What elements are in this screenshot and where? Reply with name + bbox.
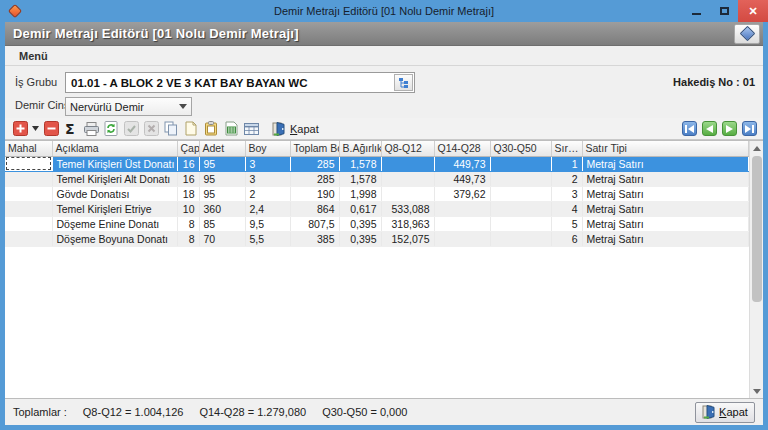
cell-aciklama[interactable]: Döşeme Boyuna Donatı bbox=[52, 231, 177, 246]
column-header[interactable]: Satır Tipi bbox=[582, 141, 749, 156]
scrollbar-thumb[interactable] bbox=[752, 156, 762, 302]
cell-b_agirlik[interactable]: 1,578 bbox=[339, 171, 381, 186]
cell-satir_tipi[interactable]: Metraj Satırı bbox=[582, 156, 749, 171]
cell-sira[interactable]: 5 bbox=[551, 216, 582, 231]
column-header[interactable]: Açıklama bbox=[52, 141, 177, 156]
cell-b_agirlik[interactable]: 0,395 bbox=[339, 231, 381, 246]
cell-cap[interactable]: 16 bbox=[177, 156, 199, 171]
vertical-scrollbar[interactable] bbox=[749, 141, 763, 398]
cell-q30_q50[interactable] bbox=[490, 186, 551, 201]
work-group-picker-button[interactable] bbox=[394, 74, 413, 91]
cell-satir_tipi[interactable]: Metraj Satırı bbox=[582, 201, 749, 216]
is-grubu-input[interactable]: 01.01 - A BLOK 2 VE 3 KAT BAY BAYAN WC bbox=[65, 72, 415, 93]
cell-q8_q12[interactable]: 318,963 bbox=[381, 216, 434, 231]
cell-b_agirlik[interactable]: 1,998 bbox=[339, 186, 381, 201]
cell-q8_q12[interactable] bbox=[381, 186, 434, 201]
cell-aciklama[interactable]: Temel Kirişleri Üst Donatı bbox=[52, 156, 177, 171]
cell-toplam_boy[interactable]: 285 bbox=[290, 171, 339, 186]
previous-record-button[interactable] bbox=[702, 121, 717, 136]
accept-button[interactable] bbox=[122, 120, 140, 138]
cell-satir_tipi[interactable]: Metraj Satırı bbox=[582, 231, 749, 246]
next-record-button[interactable] bbox=[722, 121, 737, 136]
cell-adet[interactable]: 360 bbox=[199, 201, 245, 216]
column-header[interactable]: Boy bbox=[245, 141, 290, 156]
add-dropdown-button[interactable] bbox=[31, 120, 40, 138]
export-excel-button[interactable] bbox=[222, 120, 240, 138]
cell-toplam_boy[interactable]: 807,5 bbox=[290, 216, 339, 231]
cell-satir_tipi[interactable]: Metraj Satırı bbox=[582, 216, 749, 231]
cell-boy[interactable]: 3 bbox=[245, 156, 290, 171]
cell-q8_q12[interactable] bbox=[381, 171, 434, 186]
cell-q30_q50[interactable] bbox=[490, 171, 551, 186]
cell-cap[interactable]: 10 bbox=[177, 201, 199, 216]
cell-q30_q50[interactable] bbox=[490, 231, 551, 246]
demir-cinsi-select[interactable]: Nervürlü Demir bbox=[65, 97, 192, 116]
cancel-button[interactable] bbox=[142, 120, 160, 138]
kapat-button[interactable]: Kapat bbox=[695, 402, 755, 423]
cell-boy[interactable]: 5,5 bbox=[245, 231, 290, 246]
cell-mahal[interactable] bbox=[5, 231, 52, 246]
table-row[interactable]: Temel Kirişleri Alt Donatı169532851,5784… bbox=[5, 171, 749, 186]
cell-satir_tipi[interactable]: Metraj Satırı bbox=[582, 186, 749, 201]
cell-cap[interactable]: 18 bbox=[177, 186, 199, 201]
cell-mahal[interactable] bbox=[5, 186, 52, 201]
cell-q30_q50[interactable] bbox=[490, 156, 551, 171]
cell-adet[interactable]: 85 bbox=[199, 216, 245, 231]
column-header[interactable]: Q14-Q28 bbox=[434, 141, 490, 156]
paste-button[interactable] bbox=[202, 120, 220, 138]
column-header[interactable]: Toplam Boy bbox=[290, 141, 339, 156]
column-header[interactable]: Sır… bbox=[551, 141, 582, 156]
column-header[interactable]: B.Ağırlık bbox=[339, 141, 381, 156]
cell-q14_q28[interactable] bbox=[434, 201, 490, 216]
column-header[interactable]: Adet bbox=[199, 141, 245, 156]
table-row[interactable]: Döşeme Enine Donatı8859,5807,50,395318,9… bbox=[5, 216, 749, 231]
cell-mahal[interactable] bbox=[5, 156, 52, 171]
cell-adet[interactable]: 95 bbox=[199, 156, 245, 171]
cell-q14_q28[interactable]: 379,62 bbox=[434, 186, 490, 201]
last-record-button[interactable] bbox=[742, 121, 757, 136]
cell-toplam_boy[interactable]: 385 bbox=[290, 231, 339, 246]
cell-toplam_boy[interactable]: 285 bbox=[290, 156, 339, 171]
cell-satir_tipi[interactable]: Metraj Satırı bbox=[582, 171, 749, 186]
table-row[interactable]: Döşeme Boyuna Donatı8705,53850,395152,07… bbox=[5, 231, 749, 246]
cell-adet[interactable]: 95 bbox=[199, 171, 245, 186]
cell-sira[interactable]: 4 bbox=[551, 201, 582, 216]
first-record-button[interactable] bbox=[682, 121, 697, 136]
cell-b_agirlik[interactable]: 0,395 bbox=[339, 216, 381, 231]
scroll-up-icon[interactable] bbox=[750, 141, 763, 155]
cell-q8_q12[interactable] bbox=[381, 156, 434, 171]
menu-item-menu[interactable]: Menü bbox=[15, 48, 52, 64]
column-header[interactable]: Mahal bbox=[5, 141, 52, 156]
cell-aciklama[interactable]: Döşeme Enine Donatı bbox=[52, 216, 177, 231]
cell-b_agirlik[interactable]: 0,617 bbox=[339, 201, 381, 216]
cell-mahal[interactable] bbox=[5, 201, 52, 216]
cell-cap[interactable]: 8 bbox=[177, 216, 199, 231]
cell-aciklama[interactable]: Temel Kirişleri Alt Donatı bbox=[52, 171, 177, 186]
cell-toplam_boy[interactable]: 864 bbox=[290, 201, 339, 216]
cell-toplam_boy[interactable]: 190 bbox=[290, 186, 339, 201]
new-page-button[interactable] bbox=[182, 120, 200, 138]
table-row[interactable]: Temel Kirişleri Üst Donatı169532851,5784… bbox=[5, 156, 749, 171]
column-header[interactable]: Q8-Q12 bbox=[381, 141, 434, 156]
column-header[interactable]: Çap bbox=[177, 141, 199, 156]
refresh-button[interactable] bbox=[102, 120, 120, 138]
cell-mahal[interactable] bbox=[5, 171, 52, 186]
cell-q30_q50[interactable] bbox=[490, 216, 551, 231]
cell-sira[interactable]: 1 bbox=[551, 156, 582, 171]
cell-sira[interactable]: 6 bbox=[551, 231, 582, 246]
table-row[interactable]: Gövde Donatısı189521901,998379,623Metraj… bbox=[5, 186, 749, 201]
copy-button[interactable] bbox=[162, 120, 180, 138]
cell-cap[interactable]: 8 bbox=[177, 231, 199, 246]
toolbar-kapat-button[interactable]: Kapat bbox=[272, 122, 319, 136]
scroll-down-icon[interactable] bbox=[750, 384, 763, 398]
cell-adet[interactable]: 70 bbox=[199, 231, 245, 246]
cell-q30_q50[interactable] bbox=[490, 201, 551, 216]
cell-mahal[interactable] bbox=[5, 216, 52, 231]
delete-row-button[interactable] bbox=[42, 120, 60, 138]
table-row[interactable]: Temel Kirişleri Etriye103602,48640,61753… bbox=[5, 201, 749, 216]
cell-q8_q12[interactable]: 533,088 bbox=[381, 201, 434, 216]
cell-boy[interactable]: 9,5 bbox=[245, 216, 290, 231]
cell-aciklama[interactable]: Temel Kirişleri Etriye bbox=[52, 201, 177, 216]
grid-view-button[interactable] bbox=[242, 120, 260, 138]
column-header[interactable]: Q30-Q50 bbox=[490, 141, 551, 156]
